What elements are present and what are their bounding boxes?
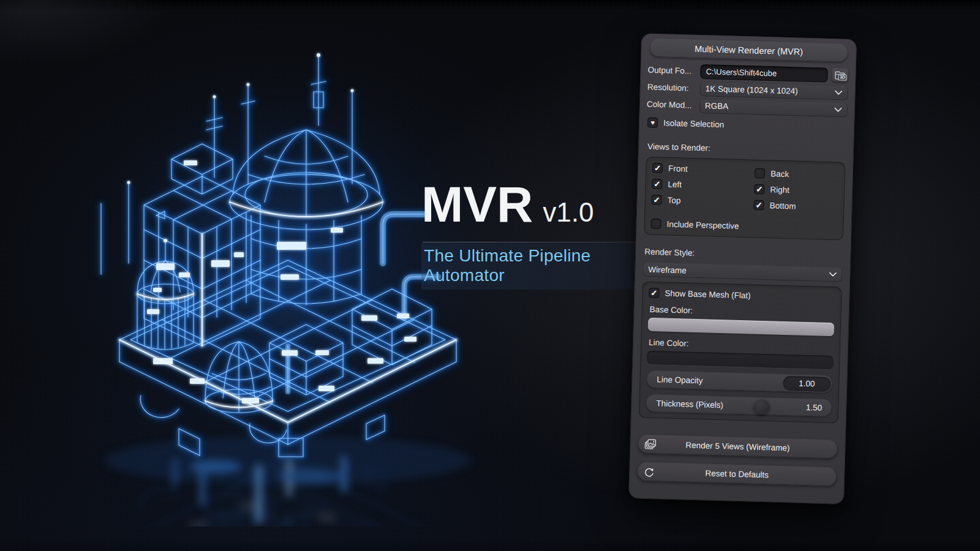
- view-label-back: Back: [771, 169, 789, 179]
- color-mode-value: RGBA: [705, 101, 729, 111]
- thickness-label: Thickness (Pixels): [656, 399, 723, 410]
- browse-3d-label: 3D: [839, 74, 847, 80]
- thickness-slider-knob[interactable]: [753, 398, 770, 414]
- checkbox-icon: [652, 163, 663, 173]
- view-checkbox-right[interactable]: Right: [754, 184, 838, 197]
- show-base-mesh-checkbox-row[interactable]: Show Base Mesh (Flat): [649, 288, 835, 303]
- isolate-selection-checkbox-row[interactable]: Isolate Selection: [647, 115, 846, 135]
- chevron-down-icon: [829, 272, 837, 277]
- view-label-right: Right: [770, 185, 790, 195]
- include-perspective-label: Include Perspective: [666, 220, 739, 231]
- render-style-select[interactable]: Wireframe: [643, 262, 843, 282]
- line-opacity-slider[interactable]: Line Opacity 1.00: [646, 370, 833, 393]
- line-color-swatch[interactable]: [647, 351, 833, 369]
- subtitle-band: The Ultimate Pipeline Automator: [421, 243, 637, 290]
- heart-checkbox-icon: [647, 117, 658, 127]
- thickness-value: 1.50: [806, 403, 823, 413]
- checkbox-icon: [755, 168, 765, 179]
- view-checkbox-left[interactable]: Left: [652, 179, 755, 192]
- panel-titlebar[interactable]: Multi-View Renderer (MVR): [649, 39, 848, 62]
- checkbox-icon: [754, 184, 764, 195]
- line-color-label: Line Color:: [649, 338, 832, 352]
- render-style-label: Render Style:: [644, 247, 842, 262]
- checkbox-icon: [649, 288, 659, 298]
- resolution-select[interactable]: 1K Square (1024 x 1024): [699, 81, 848, 100]
- chevron-down-icon: [835, 90, 843, 95]
- checkbox-icon: [650, 219, 661, 229]
- title-divider: [423, 242, 637, 242]
- wireframe-hero-art: [0, 0, 490, 527]
- reset-defaults-button[interactable]: Reset to Defaults: [637, 462, 837, 486]
- views-groupbox: Front Back Left Right Top Bottom: [644, 157, 845, 241]
- resolution-label: Resolution:: [647, 83, 700, 93]
- isolate-selection-label: Isolate Selection: [663, 118, 724, 129]
- view-label-top: Top: [667, 196, 680, 206]
- resolution-value: 1K Square (1024 x 1024): [706, 84, 798, 96]
- chevron-down-icon: [834, 107, 842, 112]
- view-checkbox-front[interactable]: Front: [652, 163, 755, 176]
- view-checkbox-top[interactable]: Top: [651, 195, 754, 208]
- include-perspective-checkbox-row[interactable]: Include Perspective: [650, 219, 837, 234]
- panel-title: Multi-View Renderer (MVR): [695, 44, 803, 57]
- mvr-panel: Multi-View Renderer (MVR) Output Fo... 3…: [628, 33, 857, 504]
- view-label-left: Left: [668, 180, 682, 190]
- color-mode-select[interactable]: RGBA: [699, 98, 848, 117]
- color-mode-row: Color Mod... RGBA: [647, 97, 848, 118]
- images-stack-icon: [644, 438, 657, 451]
- wireframe-style-groupbox: Show Base Mesh (Flat) Base Color: Line C…: [639, 282, 842, 424]
- base-color-label: Base Color:: [649, 305, 833, 319]
- output-folder-input[interactable]: [700, 64, 828, 83]
- color-mode-label: Color Mod...: [647, 100, 699, 110]
- app-subtitle: The Ultimate Pipeline Automator: [424, 246, 590, 285]
- view-checkbox-bottom[interactable]: Bottom: [753, 200, 837, 213]
- checkbox-icon: [753, 200, 764, 211]
- hero-title-block: MVRv1.0 The Ultimate Pipeline Automator: [421, 179, 637, 290]
- view-checkbox-back[interactable]: Back: [755, 168, 839, 181]
- thickness-slider[interactable]: Thickness (Pixels) 1.50: [646, 394, 832, 417]
- line-opacity-value: 1.00: [783, 375, 831, 391]
- view-label-bottom: Bottom: [769, 201, 796, 211]
- app-version: v1.0: [543, 197, 594, 227]
- views-grid: Front Back Left Right Top Bottom: [651, 163, 839, 210]
- checkbox-icon: [651, 195, 662, 205]
- render-style-value: Wireframe: [648, 264, 687, 275]
- checkbox-icon: [652, 179, 662, 189]
- app-title: MVR: [421, 176, 533, 232]
- base-color-swatch[interactable]: [648, 318, 834, 336]
- render-views-button[interactable]: Render 5 Views (Wireframe): [638, 434, 838, 459]
- line-opacity-label: Line Opacity: [657, 375, 703, 385]
- browse-3d-button[interactable]: 3D: [831, 68, 849, 83]
- refresh-icon: [643, 466, 655, 478]
- output-folder-label: Output Fo...: [647, 66, 700, 76]
- view-label-front: Front: [668, 164, 688, 174]
- views-to-render-label: Views to Render:: [647, 142, 845, 157]
- show-base-mesh-label: Show Base Mesh (Flat): [665, 289, 751, 301]
- render-views-button-label: Render 5 Views (Wireframe): [685, 441, 790, 453]
- reset-defaults-button-label: Reset to Defaults: [705, 468, 769, 479]
